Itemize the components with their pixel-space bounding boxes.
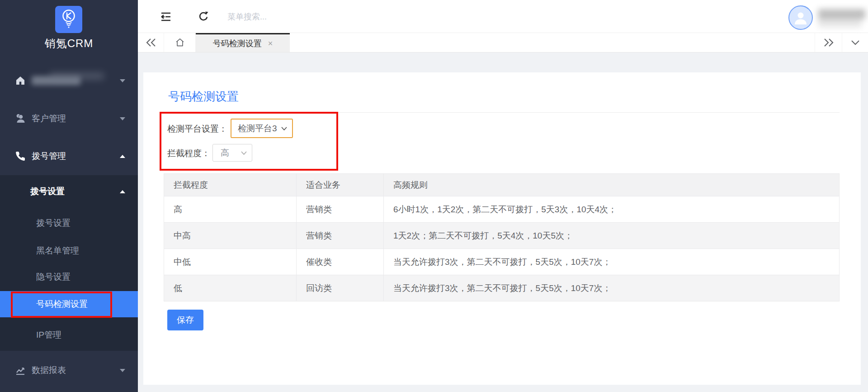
page-title: 号码检测设置 [168,89,239,105]
submenu-item-number-detection[interactable]: 号码检测设置 [0,291,138,317]
sidebar-item-label: 拨号管理 [32,150,66,162]
cell-rule: 6小时1次，1天2次，第二天不可拨打，5天3次，10天4次； [384,196,840,223]
level-select-label: 拦截程度： [167,144,210,162]
cell-level: 高 [164,196,297,223]
cell-business: 催收类 [297,249,384,275]
caret-down-icon [120,117,125,120]
submenu-header-dial-settings[interactable]: 拨号设置 [0,179,138,204]
cell-rule: 1天2次；第二天不可拨打，5天4次，10天5次； [384,223,840,249]
double-chevron-right-icon [824,38,834,47]
cell-rule: 当天允许拨打3次，第二天不可拨打，5天5次，10天7次； [384,275,840,301]
avatar-person-icon [793,10,808,25]
submenu-item-dial-settings[interactable]: 拨号设置 [0,210,138,236]
tab-label: 号码检测设置 [213,38,262,49]
caret-up-icon [120,190,125,193]
sidebar-item-label: 数据报表 [32,364,66,376]
table-header-rule: 高频规则 [384,174,840,196]
double-chevron-left-icon [146,38,156,47]
home-tab-button[interactable] [164,33,196,52]
chart-icon [15,365,26,376]
cell-level: 低 [164,275,297,301]
chevron-down-icon [241,151,247,155]
table-row: 中高 营销类 1天2次；第二天不可拨打，5天4次，10天5次； [164,223,840,249]
sidebar: 销氪CRM 客户管理 拨号管理 拨号设置 拨号设置 黑名单管理 隐 [0,0,138,392]
topbar [138,0,868,33]
tabs-menu-button[interactable] [842,33,868,52]
chevron-down-icon [281,127,287,130]
submenu-item-label: 隐号设置 [36,271,71,283]
cell-rule: 当天允许拨打3次，第二天不可拨打，5天5次，10天7次； [384,249,840,275]
table-header-level: 拦截程度 [164,174,297,196]
sidebar-item-home[interactable] [0,68,138,93]
table-header-row: 拦截程度 适合业务 高频规则 [164,174,840,196]
platform-select-value: 检测平台3 [238,123,277,134]
tab-number-detection[interactable]: 号码检测设置 × [196,33,290,52]
tabbar: 号码检测设置 × [138,33,868,53]
level-select-value: 高 [221,147,229,159]
table-header-business: 适合业务 [297,174,384,196]
submenu-item-hidden-number[interactable]: 隐号设置 [0,264,138,290]
home-outline-icon [175,38,185,48]
sidebar-item-customer-management[interactable]: 客户管理 [0,106,138,131]
tabs-scroll-right-button[interactable] [815,33,842,52]
submenu-item-label: 黑名单管理 [36,245,79,257]
content-area: 号码检测设置 检测平台设置： 检测平台3 拦截程度： 高 拦截程度 适合业务 高… [138,53,868,392]
level-select[interactable]: 高 [212,144,252,162]
redacted-smear [50,72,104,80]
platform-select[interactable]: 检测平台3 [231,119,293,138]
submenu-item-blacklist[interactable]: 黑名单管理 [0,238,138,263]
brand-logo-icon [55,6,82,33]
brand-name: 销氪CRM [0,36,138,51]
submenu-item-label: IP管理 [36,329,61,341]
collapse-sidebar-icon[interactable] [160,11,171,22]
menu-search-input[interactable] [227,10,336,24]
redacted-username[interactable] [818,9,865,29]
title-divider [164,112,840,113]
table-row: 中低 催收类 当天允许拨打3次，第二天不可拨打，5天5次，10天7次； [164,249,840,275]
cell-business: 营销类 [297,196,384,223]
platform-select-label: 检测平台设置： [167,119,227,139]
cell-business: 回访类 [297,275,384,301]
sidebar-item-label: 客户管理 [32,113,66,124]
tabs-scroll-left-button[interactable] [138,33,164,52]
cell-level: 中低 [164,249,297,275]
settings-card: 号码检测设置 检测平台设置： 检测平台3 拦截程度： 高 拦截程度 适合业务 高… [143,72,861,385]
caret-up-icon [120,155,125,158]
chevron-down-icon [851,39,860,46]
home-icon [15,75,26,86]
cell-level: 中高 [164,223,297,249]
refresh-icon[interactable] [198,11,209,22]
tab-close-icon[interactable]: × [268,39,273,48]
submenu-item-label: 号码检测设置 [36,298,88,310]
table-row: 高 营销类 6小时1次，1天2次，第二天不可拨打，5天3次，10天4次； [164,196,840,223]
caret-down-icon [120,79,125,82]
table-row: 低 回访类 当天允许拨打3次，第二天不可拨打，5天5次，10天7次； [164,275,840,301]
avatar[interactable] [788,5,813,30]
sidebar-item-dial-management[interactable]: 拨号管理 [0,143,138,169]
sidebar-item-data-report[interactable]: 数据报表 [0,358,138,383]
phone-icon [15,151,26,162]
cell-business: 营销类 [297,223,384,249]
submenu-header-label: 拨号设置 [30,186,65,197]
submenu-item-label: 拨号设置 [36,217,71,229]
save-button[interactable]: 保存 [167,310,203,330]
interception-rules-table: 拦截程度 适合业务 高频规则 高 营销类 6小时1次，1天2次，第二天不可拨打，… [164,173,840,301]
caret-down-icon [120,369,125,372]
user-icon [15,113,26,124]
submenu-item-ip-management[interactable]: IP管理 [0,322,138,348]
